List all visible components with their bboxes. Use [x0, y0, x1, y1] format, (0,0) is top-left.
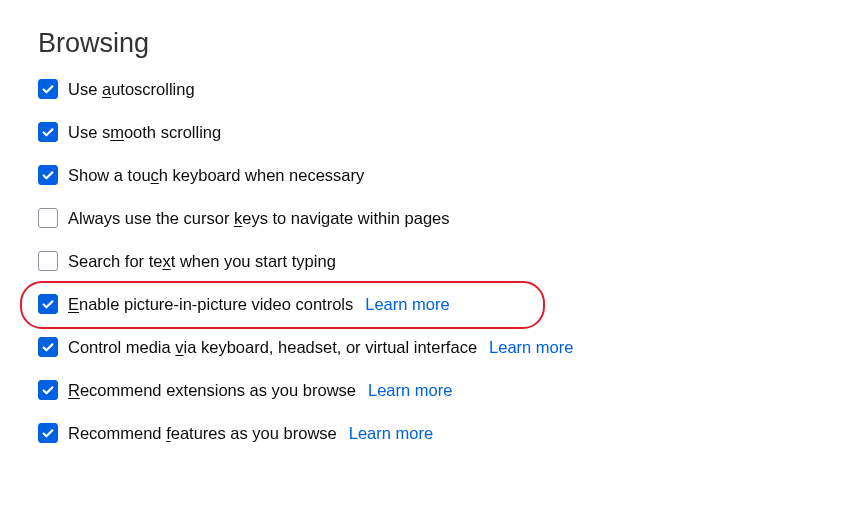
option-label: Control media via keyboard, headset, or …: [68, 338, 477, 357]
checkbox-smooth-scrolling[interactable]: [38, 122, 58, 142]
option-control-media[interactable]: Control media via keyboard, headset, or …: [38, 337, 822, 357]
option-label: Show a touch keyboard when necessary: [68, 166, 364, 185]
checkmark-icon: [41, 297, 55, 311]
checkmark-icon: [41, 82, 55, 96]
checkbox-control-media[interactable]: [38, 337, 58, 357]
option-label: Recommend extensions as you browse: [68, 381, 356, 400]
section-title: Browsing: [38, 28, 822, 59]
option-recommend-extensions[interactable]: Recommend extensions as you browse Learn…: [38, 380, 822, 400]
checkmark-icon: [41, 125, 55, 139]
checkbox-autoscroll[interactable]: [38, 79, 58, 99]
option-touch-keyboard[interactable]: Show a touch keyboard when necessary: [38, 165, 822, 185]
option-label: Recommend features as you browse: [68, 424, 337, 443]
checkbox-touch-keyboard[interactable]: [38, 165, 58, 185]
option-picture-in-picture[interactable]: Enable picture-in-picture video controls…: [38, 294, 822, 314]
checkbox-picture-in-picture[interactable]: [38, 294, 58, 314]
browsing-options: Use autoscrolling Use smooth scrolling S…: [38, 79, 822, 443]
option-smooth-scrolling[interactable]: Use smooth scrolling: [38, 122, 822, 142]
option-label: Search for text when you start typing: [68, 252, 336, 271]
option-recommend-features[interactable]: Recommend features as you browse Learn m…: [38, 423, 822, 443]
checkbox-recommend-extensions[interactable]: [38, 380, 58, 400]
option-cursor-keys[interactable]: Always use the cursor keys to navigate w…: [38, 208, 822, 228]
option-label: Always use the cursor keys to navigate w…: [68, 209, 450, 228]
checkbox-cursor-keys[interactable]: [38, 208, 58, 228]
checkbox-recommend-features[interactable]: [38, 423, 58, 443]
checkbox-search-text[interactable]: [38, 251, 58, 271]
checkmark-icon: [41, 168, 55, 182]
option-label: Use smooth scrolling: [68, 123, 221, 142]
learn-more-link[interactable]: Learn more: [489, 338, 573, 357]
learn-more-link[interactable]: Learn more: [368, 381, 452, 400]
learn-more-link[interactable]: Learn more: [349, 424, 433, 443]
checkmark-icon: [41, 340, 55, 354]
option-label: Enable picture-in-picture video controls: [68, 295, 353, 314]
checkmark-icon: [41, 426, 55, 440]
learn-more-link[interactable]: Learn more: [365, 295, 449, 314]
option-search-text[interactable]: Search for text when you start typing: [38, 251, 822, 271]
option-autoscroll[interactable]: Use autoscrolling: [38, 79, 822, 99]
checkmark-icon: [41, 383, 55, 397]
option-label: Use autoscrolling: [68, 80, 195, 99]
